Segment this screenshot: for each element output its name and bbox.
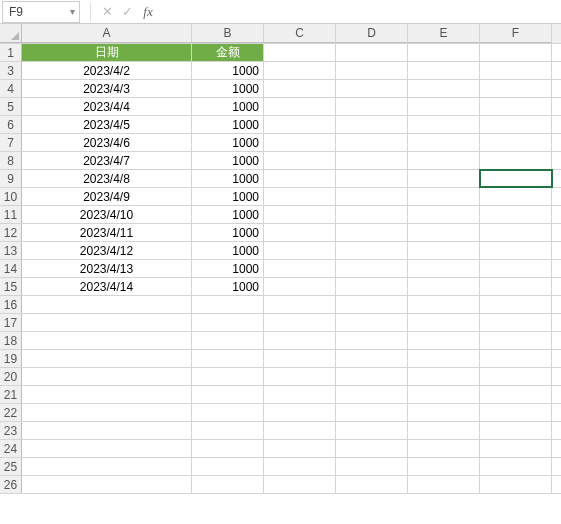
cell-D23[interactable]: [336, 422, 408, 439]
cell-F3[interactable]: [480, 62, 552, 79]
row-header[interactable]: 3: [0, 62, 22, 79]
cell-C3[interactable]: [264, 62, 336, 79]
cell-A25[interactable]: [22, 458, 192, 475]
row-header[interactable]: 18: [0, 332, 22, 349]
cell-A19[interactable]: [22, 350, 192, 367]
cell-E22[interactable]: [408, 404, 480, 421]
cell-C18[interactable]: [264, 332, 336, 349]
cell-E24[interactable]: [408, 440, 480, 457]
cell-B8[interactable]: 1000: [192, 152, 264, 169]
cell-E18[interactable]: [408, 332, 480, 349]
cell-D13[interactable]: [336, 242, 408, 259]
cell-C16[interactable]: [264, 296, 336, 313]
cell-C5[interactable]: [264, 98, 336, 115]
cell-B25[interactable]: [192, 458, 264, 475]
cell-C21[interactable]: [264, 386, 336, 403]
cell-A17[interactable]: [22, 314, 192, 331]
cell-C10[interactable]: [264, 188, 336, 205]
cell-E21[interactable]: [408, 386, 480, 403]
col-header-A[interactable]: A: [22, 24, 192, 43]
row-header[interactable]: 23: [0, 422, 22, 439]
cell-A26[interactable]: [22, 476, 192, 493]
row-header[interactable]: 20: [0, 368, 22, 385]
row-header[interactable]: 13: [0, 242, 22, 259]
cell-D6[interactable]: [336, 116, 408, 133]
cell-B26[interactable]: [192, 476, 264, 493]
cell-A7[interactable]: 2023/4/6: [22, 134, 192, 151]
formula-input[interactable]: [159, 0, 561, 23]
cell-E15[interactable]: [408, 278, 480, 295]
col-header-B[interactable]: B: [192, 24, 264, 43]
cell-F5[interactable]: [480, 98, 552, 115]
cell-F18[interactable]: [480, 332, 552, 349]
cell-D10[interactable]: [336, 188, 408, 205]
row-header[interactable]: 17: [0, 314, 22, 331]
cell-A10[interactable]: 2023/4/9: [22, 188, 192, 205]
cell-D21[interactable]: [336, 386, 408, 403]
cell-E26[interactable]: [408, 476, 480, 493]
cell-B12[interactable]: 1000: [192, 224, 264, 241]
cell-D5[interactable]: [336, 98, 408, 115]
row-header[interactable]: 7: [0, 134, 22, 151]
cell-F26[interactable]: [480, 476, 552, 493]
cell-C26[interactable]: [264, 476, 336, 493]
cell-B13[interactable]: 1000: [192, 242, 264, 259]
cell-E19[interactable]: [408, 350, 480, 367]
cell-D12[interactable]: [336, 224, 408, 241]
cell-C15[interactable]: [264, 278, 336, 295]
cell-C11[interactable]: [264, 206, 336, 223]
col-header-F[interactable]: F: [480, 24, 552, 43]
cell-A16[interactable]: [22, 296, 192, 313]
col-header-D[interactable]: D: [336, 24, 408, 43]
col-header-E[interactable]: E: [408, 24, 480, 43]
cell-D24[interactable]: [336, 440, 408, 457]
cancel-icon[interactable]: ✕: [97, 4, 117, 19]
cell-B22[interactable]: [192, 404, 264, 421]
cell-A22[interactable]: [22, 404, 192, 421]
cell-C12[interactable]: [264, 224, 336, 241]
cell-C22[interactable]: [264, 404, 336, 421]
cell-F6[interactable]: [480, 116, 552, 133]
cell-C17[interactable]: [264, 314, 336, 331]
cell-B10[interactable]: 1000: [192, 188, 264, 205]
row-header[interactable]: 12: [0, 224, 22, 241]
cell-F8[interactable]: [480, 152, 552, 169]
row-header[interactable]: 4: [0, 80, 22, 97]
cell-B1[interactable]: 金额: [192, 44, 264, 61]
row-header[interactable]: 5: [0, 98, 22, 115]
cell-B14[interactable]: 1000: [192, 260, 264, 277]
confirm-icon[interactable]: ✓: [117, 4, 137, 19]
cell-D15[interactable]: [336, 278, 408, 295]
cell-A20[interactable]: [22, 368, 192, 385]
cell-E6[interactable]: [408, 116, 480, 133]
row-header[interactable]: 14: [0, 260, 22, 277]
cell-A5[interactable]: 2023/4/4: [22, 98, 192, 115]
cell-A3[interactable]: 2023/4/2: [22, 62, 192, 79]
cell-D17[interactable]: [336, 314, 408, 331]
row-header[interactable]: 24: [0, 440, 22, 457]
cell-E10[interactable]: [408, 188, 480, 205]
cell-C1[interactable]: [264, 44, 336, 61]
row-header[interactable]: 26: [0, 476, 22, 493]
cell-C13[interactable]: [264, 242, 336, 259]
cell-C8[interactable]: [264, 152, 336, 169]
cell-C9[interactable]: [264, 170, 336, 187]
row-header[interactable]: 11: [0, 206, 22, 223]
cell-E9[interactable]: [408, 170, 480, 187]
cell-D9[interactable]: [336, 170, 408, 187]
cell-F11[interactable]: [480, 206, 552, 223]
cell-F23[interactable]: [480, 422, 552, 439]
cell-F14[interactable]: [480, 260, 552, 277]
cell-C19[interactable]: [264, 350, 336, 367]
cell-E17[interactable]: [408, 314, 480, 331]
cell-A9[interactable]: 2023/4/8: [22, 170, 192, 187]
cell-D20[interactable]: [336, 368, 408, 385]
cell-E14[interactable]: [408, 260, 480, 277]
name-box[interactable]: F9 ▾: [2, 1, 80, 23]
cell-F16[interactable]: [480, 296, 552, 313]
cell-A12[interactable]: 2023/4/11: [22, 224, 192, 241]
cell-F19[interactable]: [480, 350, 552, 367]
cell-B21[interactable]: [192, 386, 264, 403]
row-header[interactable]: 25: [0, 458, 22, 475]
cell-D25[interactable]: [336, 458, 408, 475]
